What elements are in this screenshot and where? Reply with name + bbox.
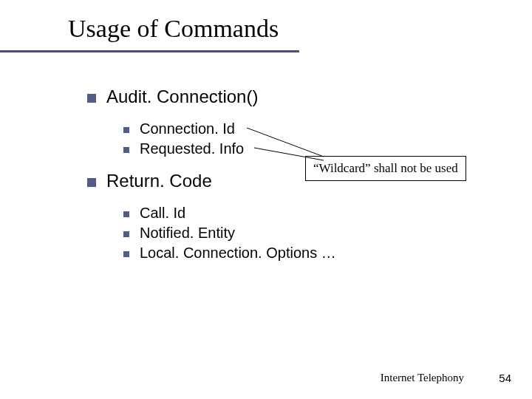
connector-lines	[0, 0, 532, 399]
bullet-audit-connection: Audit. Connection()	[87, 86, 258, 107]
page-number: 54	[499, 372, 511, 384]
title-underline	[0, 50, 299, 52]
callout-wildcard: “Wildcard” shall not be used	[305, 156, 466, 181]
slide: Usage of Commands Audit. Connection() Co…	[0, 0, 532, 399]
slide-title: Usage of Commands	[68, 15, 279, 43]
text: Return. Code	[106, 171, 212, 191]
square-bullet-icon	[87, 94, 96, 103]
bullet-return-code: Return. Code	[87, 171, 212, 191]
text: Notified. Entity	[140, 225, 235, 241]
text: Local. Connection. Options …	[140, 245, 336, 261]
square-bullet-icon	[87, 178, 96, 187]
bullet-connection-id: Connection. Id	[123, 120, 235, 137]
text: Connection. Id	[140, 120, 235, 137]
square-bullet-icon	[123, 127, 129, 133]
bullet-notified-entity: Notified. Entity	[123, 225, 235, 242]
text: Audit. Connection()	[106, 86, 258, 106]
square-bullet-icon	[123, 147, 129, 153]
text: Call. Id	[140, 205, 185, 221]
square-bullet-icon	[123, 231, 129, 237]
square-bullet-icon	[123, 251, 129, 257]
bullet-requested-info: Requested. Info	[123, 140, 244, 157]
footer-label: Internet Telephony	[381, 372, 464, 384]
bullet-call-id: Call. Id	[123, 205, 185, 222]
svg-line-0	[247, 128, 324, 157]
bullet-local-connection-options: Local. Connection. Options …	[123, 245, 336, 262]
square-bullet-icon	[123, 211, 129, 217]
text: Requested. Info	[140, 140, 244, 157]
